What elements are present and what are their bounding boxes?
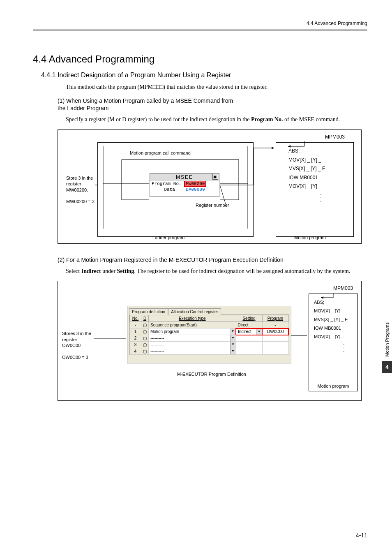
exec-type-dropdown[interactable]: ----------▼	[149, 342, 236, 348]
side-tab: Motion Programs 4	[382, 321, 392, 373]
col-d[interactable]: D	[141, 315, 149, 322]
paragraph-1: Specify a register (M or D register) to …	[66, 116, 367, 124]
msee-program-no-row: Program No. MW00200	[150, 181, 219, 187]
tab-row: Program definition Allocation Control re…	[127, 306, 291, 314]
msee-block: MSEE ▣ Program No. MW00200 Data DA00000	[150, 173, 219, 197]
checkbox-icon[interactable]: ▢	[141, 342, 149, 348]
checkbox-icon[interactable]: ▢	[141, 328, 149, 335]
chevron-down-icon[interactable]: ▼	[230, 342, 236, 348]
figure-1: MPM003	[58, 130, 362, 244]
table-row: 3 ▢ ----------▼	[130, 342, 289, 348]
setting-dropdown[interactable]: Indirect▼	[236, 328, 262, 335]
heading-2: 4.4.1 Indirect Designation of a Program …	[41, 72, 367, 79]
exec-type-dropdown[interactable]: Motion program▼	[149, 328, 236, 335]
chevron-down-icon[interactable]: ▼	[230, 335, 236, 341]
subheading-1: (1) When Using a Motion Program called b…	[58, 97, 367, 113]
tab-program-definition[interactable]: Program definition	[129, 308, 168, 315]
subheading-2: (2) For a Motion Program Registered in t…	[58, 256, 367, 264]
mpm003-label-2: MPM003	[333, 285, 353, 291]
program-cell[interactable]: OW0C00	[262, 328, 288, 335]
page-header: 4.4 Advanced Programming	[33, 21, 367, 30]
register-number-label: Register number	[196, 203, 229, 208]
col-program[interactable]: Program	[262, 315, 288, 322]
mexecutor-panel: Program definition Allocation Control re…	[127, 306, 291, 363]
mpm003-label: MPM003	[325, 134, 345, 140]
expand-icon[interactable]: ▣	[212, 174, 218, 180]
store-note: Store 3 in the register MW00200. MW00200…	[66, 175, 96, 204]
tab-allocation-control[interactable]: Allocation Control register	[168, 308, 221, 315]
table-header-row: No. D Execution type Setting Program	[130, 315, 289, 322]
paragraph-2: Select Indirect under Setting. The regis…	[66, 267, 367, 275]
motion-code-list-2: ABS; MOV[X] _ [Y] _ MVS[X] _ [Y] _ F IOW…	[309, 294, 357, 352]
table-row: 2 ▢ ----------▼	[130, 335, 289, 342]
chevron-down-icon[interactable]: ▼	[230, 348, 236, 354]
msee-program-no-value[interactable]: MW00200	[184, 180, 206, 187]
chevron-down-icon[interactable]: ▼	[256, 329, 262, 335]
col-no[interactable]: No.	[130, 315, 141, 322]
chapter-number-badge: 4	[382, 361, 392, 373]
definition-grid: No. D Execution type Setting Program - ▢…	[129, 314, 289, 355]
checkbox-icon[interactable]: ▢	[141, 348, 149, 355]
exec-type-dropdown[interactable]: ----------▼	[149, 348, 236, 355]
table-row: 4 ▢ ----------▼	[130, 348, 289, 355]
intro-paragraph: This method calls the program (MPM□□□) t…	[66, 83, 367, 91]
chevron-down-icon[interactable]: ▼	[230, 328, 235, 335]
store-note-2: Stores 3 in the register OW0C00 OW0C00 =…	[62, 331, 95, 360]
col-exec[interactable]: Execution type	[149, 315, 236, 322]
col-setting[interactable]: Setting	[236, 315, 262, 322]
exec-type-dropdown[interactable]: ----------▼	[149, 335, 236, 342]
table-row: 1 ▢ Motion program▼ Indirect▼ OW0C00	[130, 328, 289, 335]
page-number: 4-11	[356, 532, 367, 539]
checkbox-icon[interactable]: ▢	[141, 322, 149, 328]
side-tab-label: Motion Programs	[384, 321, 390, 358]
motion-program-box-2: ABS; MOV[X] _ [Y] _ MVS[X] _ [Y] _ F IOW…	[309, 294, 358, 391]
msee-title: MSEE ▣	[150, 173, 219, 181]
checkbox-icon[interactable]: ▢	[141, 335, 149, 342]
motion-program-box: ABS; MOV[X] _ [Y] _ MVS[X] _ [Y] _ F IOW…	[276, 142, 354, 237]
ladder-program-label: Ladder program	[152, 235, 184, 240]
call-command-label: Motion program call command	[130, 150, 191, 155]
msee-data-row: Data DA00000	[150, 187, 219, 192]
heading-1: 4.4 Advanced Programming	[33, 53, 367, 65]
motion-program-label: Motion program	[294, 235, 326, 240]
mexecutor-label: M-EXECUTOR Program Definition	[177, 372, 246, 377]
figure-2: MPM003 Stores 3 in the register OW0C00 O…	[58, 281, 362, 401]
motion-code-list: ABS; MOV[X] _ [Y] _ MVS[X] _ [Y] _ F IOW…	[276, 143, 353, 201]
table-row: - ▢ Sequence program(Start) Direct -	[130, 322, 289, 328]
motion-program-label-2: Motion program	[309, 384, 357, 388]
